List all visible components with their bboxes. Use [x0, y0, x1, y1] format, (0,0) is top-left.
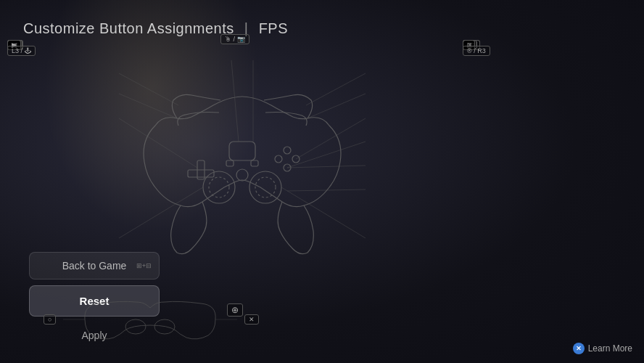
learn-more-label: Learn More: [588, 343, 632, 354]
svg-line-26: [281, 187, 366, 238]
back-btn-icon: ⊞+⊟: [136, 262, 152, 269]
cross-circle-icon: ✕: [573, 343, 585, 354]
svg-rect-10: [229, 142, 255, 160]
svg-point-8: [275, 155, 282, 163]
touchpad-label: 🖱 / 📷: [220, 34, 249, 44]
svg-point-2: [249, 171, 281, 203]
svg-line-14: [119, 73, 178, 105]
label-R3[interactable]: ® / R3: [463, 46, 490, 56]
svg-line-16: [231, 60, 239, 142]
svg-line-25: [119, 187, 203, 238]
L3-label: L3 / 🕹: [7, 46, 36, 56]
svg-point-3: [255, 177, 276, 197]
svg-line-20: [119, 118, 197, 168]
svg-rect-5: [188, 170, 214, 177]
svg-point-1: [209, 177, 229, 197]
bottom-controller-svg: [63, 290, 237, 348]
svg-rect-12: [226, 160, 234, 166]
label-L3[interactable]: L3 / 🕹: [7, 46, 36, 56]
main-content: L2 L1 ↙ ▲ ◀ ▼ ▶: [0, 46, 644, 363]
bottom-circle-label[interactable]: ○: [44, 314, 56, 325]
learn-more-section[interactable]: ✕ Learn More: [573, 343, 632, 354]
svg-point-9: [284, 147, 291, 154]
back-to-game-button[interactable]: Back to Game ⊞+⊟: [29, 252, 160, 280]
svg-line-18: [306, 73, 366, 105]
svg-rect-13: [251, 160, 258, 166]
svg-point-0: [203, 171, 235, 203]
svg-point-11: [236, 169, 248, 181]
bottom-controller-section: ○ ✕: [44, 290, 412, 348]
controller-diagram-area: L2 L1 ↙ ▲ ◀ ▼ ▶: [0, 40, 470, 348]
bottom-cross-label[interactable]: ✕: [244, 314, 259, 325]
R3-label: ® / R3: [463, 46, 490, 56]
label-touchpad[interactable]: 🖱 / 📷: [220, 34, 249, 44]
controller-svg: [119, 60, 366, 264]
svg-line-23: [287, 166, 366, 168]
svg-line-19: [304, 94, 366, 120]
svg-line-15: [119, 94, 181, 120]
svg-line-22: [287, 142, 366, 168]
back-label: Back to Game: [62, 260, 127, 272]
